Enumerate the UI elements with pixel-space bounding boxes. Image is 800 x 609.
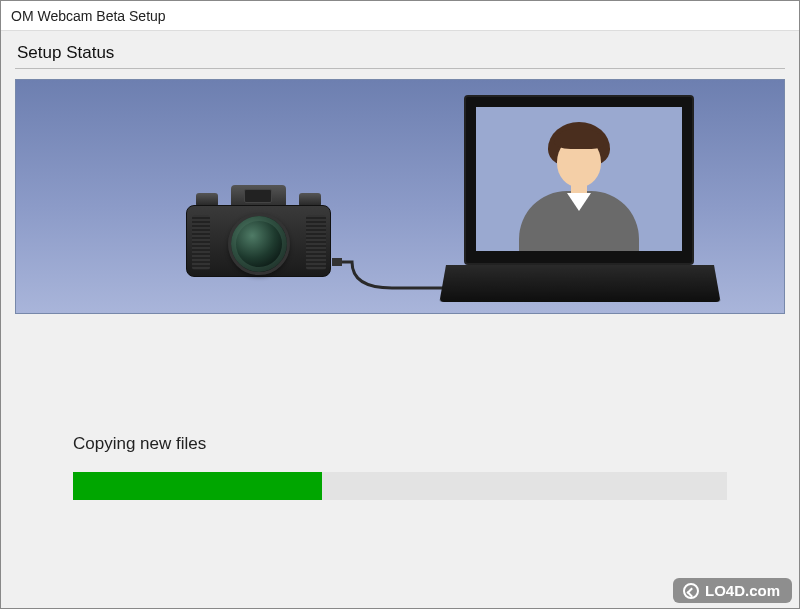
- window-title: OM Webcam Beta Setup: [11, 8, 166, 24]
- divider: [15, 68, 785, 69]
- progress-bar-fill: [73, 472, 322, 500]
- progress-bar: [73, 472, 727, 500]
- progress-area: Copying new files: [15, 434, 785, 500]
- watermark-badge: LO4D.com: [673, 578, 792, 603]
- svg-rect-0: [332, 258, 342, 266]
- illustration-banner: [15, 79, 785, 314]
- laptop-display: [476, 107, 682, 251]
- titlebar[interactable]: OM Webcam Beta Setup: [1, 1, 799, 31]
- camera-icon: [186, 185, 336, 280]
- progress-label: Copying new files: [73, 434, 727, 454]
- installer-window: OM Webcam Beta Setup Setup Status: [0, 0, 800, 609]
- laptop-keyboard-icon: [439, 265, 720, 302]
- laptop-icon: [446, 95, 716, 307]
- watermark-text: LO4D.com: [705, 582, 780, 599]
- section-title: Setup Status: [17, 43, 785, 63]
- content-pane: Setup Status: [1, 31, 799, 608]
- download-icon: [683, 583, 699, 599]
